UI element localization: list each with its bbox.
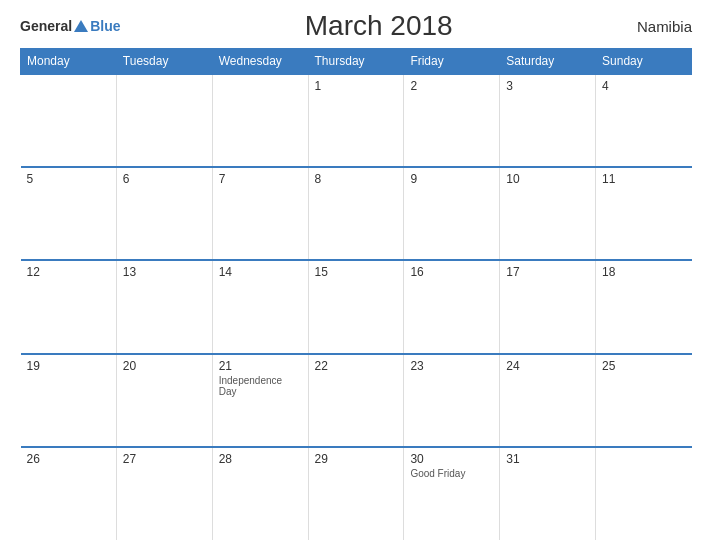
- day-number: 18: [602, 265, 685, 279]
- day-number: 2: [410, 79, 493, 93]
- calendar-cell: 14: [212, 260, 308, 353]
- day-number: 20: [123, 359, 206, 373]
- calendar-cell: 11: [596, 167, 692, 260]
- logo-blue-text: Blue: [90, 18, 120, 34]
- calendar-cell: 25: [596, 354, 692, 447]
- calendar-cell: 30Good Friday: [404, 447, 500, 540]
- calendar-week-row: 1234: [21, 74, 692, 167]
- calendar-cell: 16: [404, 260, 500, 353]
- day-number: 24: [506, 359, 589, 373]
- calendar-cell: 22: [308, 354, 404, 447]
- calendar-week-row: 12131415161718: [21, 260, 692, 353]
- day-number: 21: [219, 359, 302, 373]
- calendar-cell: [596, 447, 692, 540]
- calendar-cell: 5: [21, 167, 117, 260]
- calendar-cell: 18: [596, 260, 692, 353]
- calendar-cell: 8: [308, 167, 404, 260]
- calendar-cell: 9: [404, 167, 500, 260]
- calendar-cell: 7: [212, 167, 308, 260]
- day-number: 12: [27, 265, 110, 279]
- calendar-cell: 20: [116, 354, 212, 447]
- calendar-cell: 4: [596, 74, 692, 167]
- day-number: 6: [123, 172, 206, 186]
- calendar-cell: 6: [116, 167, 212, 260]
- day-number: 14: [219, 265, 302, 279]
- day-number: 8: [315, 172, 398, 186]
- calendar-cell: [116, 74, 212, 167]
- calendar-cell: 3: [500, 74, 596, 167]
- day-number: 15: [315, 265, 398, 279]
- logo: General Blue: [20, 18, 120, 34]
- calendar-cell: 10: [500, 167, 596, 260]
- calendar-cell: 26: [21, 447, 117, 540]
- holiday-label: Independence Day: [219, 375, 302, 397]
- day-number: 7: [219, 172, 302, 186]
- weekday-header-sunday: Sunday: [596, 49, 692, 75]
- calendar-cell: 1: [308, 74, 404, 167]
- calendar-cell: [212, 74, 308, 167]
- day-number: 4: [602, 79, 685, 93]
- calendar-title: March 2018: [305, 10, 453, 42]
- day-number: 31: [506, 452, 589, 466]
- day-number: 11: [602, 172, 685, 186]
- day-number: 23: [410, 359, 493, 373]
- calendar-cell: 28: [212, 447, 308, 540]
- calendar-cell: 29: [308, 447, 404, 540]
- calendar-header: General Blue March 2018 Namibia: [20, 10, 692, 42]
- day-number: 10: [506, 172, 589, 186]
- calendar-week-row: 2627282930Good Friday31: [21, 447, 692, 540]
- calendar-cell: 15: [308, 260, 404, 353]
- weekday-header-saturday: Saturday: [500, 49, 596, 75]
- calendar-cell: 12: [21, 260, 117, 353]
- weekday-header-wednesday: Wednesday: [212, 49, 308, 75]
- weekday-header-friday: Friday: [404, 49, 500, 75]
- calendar-cell: 2: [404, 74, 500, 167]
- calendar-cell: 13: [116, 260, 212, 353]
- day-number: 17: [506, 265, 589, 279]
- calendar-cell: 27: [116, 447, 212, 540]
- day-number: 5: [27, 172, 110, 186]
- weekday-header-row: MondayTuesdayWednesdayThursdayFridaySatu…: [21, 49, 692, 75]
- logo-triangle-icon: [74, 20, 88, 32]
- country-name: Namibia: [637, 18, 692, 35]
- calendar-cell: 31: [500, 447, 596, 540]
- calendar-cell: 23: [404, 354, 500, 447]
- weekday-header-monday: Monday: [21, 49, 117, 75]
- calendar-week-row: 192021Independence Day22232425: [21, 354, 692, 447]
- day-number: 13: [123, 265, 206, 279]
- calendar-cell: 24: [500, 354, 596, 447]
- day-number: 9: [410, 172, 493, 186]
- day-number: 28: [219, 452, 302, 466]
- calendar-cell: [21, 74, 117, 167]
- weekday-header-tuesday: Tuesday: [116, 49, 212, 75]
- calendar-cell: 17: [500, 260, 596, 353]
- logo-general-text: General: [20, 18, 72, 34]
- calendar-cell: 21Independence Day: [212, 354, 308, 447]
- day-number: 19: [27, 359, 110, 373]
- weekday-header-thursday: Thursday: [308, 49, 404, 75]
- calendar-cell: 19: [21, 354, 117, 447]
- day-number: 3: [506, 79, 589, 93]
- day-number: 25: [602, 359, 685, 373]
- calendar-week-row: 567891011: [21, 167, 692, 260]
- day-number: 16: [410, 265, 493, 279]
- calendar-table: MondayTuesdayWednesdayThursdayFridaySatu…: [20, 48, 692, 540]
- day-number: 30: [410, 452, 493, 466]
- day-number: 22: [315, 359, 398, 373]
- day-number: 26: [27, 452, 110, 466]
- holiday-label: Good Friday: [410, 468, 493, 479]
- day-number: 29: [315, 452, 398, 466]
- day-number: 27: [123, 452, 206, 466]
- day-number: 1: [315, 79, 398, 93]
